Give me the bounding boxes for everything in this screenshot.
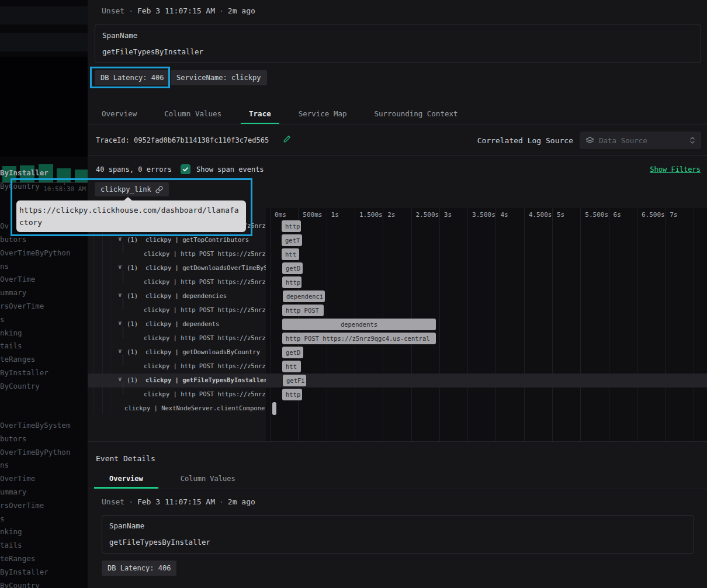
tree-connector-line bbox=[123, 242, 123, 254]
sidebar-list-item[interactable]: tails bbox=[0, 539, 88, 552]
span-bar[interactable]: getD bbox=[282, 347, 303, 358]
chevron-down-icon[interactable]: ∨ bbox=[118, 347, 122, 355]
sidebar-list-item[interactable]: nking bbox=[0, 327, 88, 340]
event-meta-line: Unset·Feb 3 11:07:15 AM·2m ago bbox=[102, 6, 255, 15]
span-bar[interactable]: http POST https://z5nrz9qgc4.us-central bbox=[282, 333, 436, 344]
db-latency-badge[interactable]: DB Latency: 406 bbox=[95, 70, 169, 85]
span-name: clickpy | getFileTypesByInstaller bbox=[145, 376, 266, 383]
data-source-select[interactable]: Data Source bbox=[580, 132, 701, 149]
trace-span-row[interactable]: ∨(1)clickpy | getTopContributorsgetT bbox=[88, 233, 707, 247]
tab-service-map[interactable]: Service Map bbox=[290, 105, 355, 124]
sidebar-list-item[interactable]: ummary bbox=[0, 486, 88, 499]
chevron-down-icon[interactable]: ∨ bbox=[118, 291, 122, 299]
sidebar-list-item[interactable]: butors bbox=[0, 233, 88, 247]
sidebar-list-item[interactable]: tails bbox=[0, 340, 88, 353]
trace-span-row[interactable]: ∨(1)clickpy | dependentsdependents bbox=[88, 317, 707, 331]
trace-span-row[interactable]: clickpy | http POST https://z5nrzhttp bbox=[88, 275, 707, 289]
span-bar[interactable]: http bbox=[282, 220, 301, 232]
tab-column-values[interactable]: Column Values bbox=[156, 105, 230, 124]
span-event-count: (1) bbox=[127, 348, 138, 355]
show-span-events-checkbox[interactable] bbox=[181, 164, 190, 174]
severity-label: Unset bbox=[102, 6, 124, 15]
span-bar[interactable]: getFi bbox=[283, 375, 306, 386]
dot-separator: · bbox=[124, 6, 137, 15]
span-name-value: getFileTypesByInstaller bbox=[109, 538, 210, 547]
time-axis-label: 6.500s bbox=[642, 211, 665, 219]
pencil-icon[interactable] bbox=[283, 135, 291, 143]
trace-span-row[interactable]: ∨(1)clickpy | getDownloadsByCountrygetD bbox=[88, 345, 707, 359]
sidebar-list-item[interactable]: OverTimeByPython bbox=[0, 446, 88, 459]
sidebar-list-item[interactable]: ummary bbox=[0, 286, 88, 300]
span-bar[interactable]: htt bbox=[282, 361, 301, 372]
sidebar-list-item[interactable]: ByCountry bbox=[0, 180, 88, 193]
show-filters-link[interactable]: Show Filters bbox=[650, 165, 701, 174]
data-source-placeholder: Data Source bbox=[599, 136, 685, 145]
spans-summary: 40 spans, 0 errors bbox=[96, 165, 172, 174]
trace-span-row[interactable]: clickpy | NextNodeServer.clientCompone bbox=[88, 402, 707, 416]
show-span-events-label[interactable]: Show span events bbox=[196, 165, 264, 174]
span-bar[interactable]: getD bbox=[282, 262, 303, 274]
sidebar-list-item[interactable]: OverTime bbox=[0, 273, 88, 286]
background-sidebar: 10:58:30 AM ByInstallerByCountryOvbutors… bbox=[0, 0, 88, 588]
trace-span-row[interactable]: ∨(1)clickpy | getDownloadsOverTimeBySget… bbox=[88, 261, 707, 275]
sidebar-list-item[interactable]: ns bbox=[0, 459, 88, 472]
sidebar-list-item[interactable]: nking bbox=[0, 525, 88, 539]
event-details-tabs: OverviewColumn Values bbox=[94, 471, 251, 489]
sidebar-list-item[interactable]: ByCountry bbox=[0, 579, 88, 588]
chevron-down-icon[interactable]: ∨ bbox=[118, 235, 122, 243]
tab-overview[interactable]: Overview bbox=[94, 471, 158, 489]
sidebar-list-item[interactable]: OverTimeByPython bbox=[0, 247, 88, 260]
sidebar-list-item[interactable]: ByInstaller bbox=[0, 167, 88, 180]
tab-trace[interactable]: Trace bbox=[241, 105, 279, 124]
trace-span-row[interactable]: clickpy | http POST https://z5nrzhtt bbox=[88, 247, 707, 261]
event-meta-line: Unset·Feb 3 11:07:15 AM·2m ago bbox=[102, 497, 255, 506]
span-bar[interactable]: htt bbox=[282, 248, 299, 260]
span-bar[interactable]: getT bbox=[282, 234, 302, 246]
span-name: clickpy | http POST https://z5nrz bbox=[144, 306, 266, 313]
sidebar-list-item[interactable]: ByCountry bbox=[0, 380, 88, 393]
trace-span-row[interactable]: clickpy | http POST https://z5nrzhttp bbox=[88, 388, 707, 402]
trace-span-row[interactable]: ∨(1)clickpy | getFileTypesByInstallerget… bbox=[88, 373, 707, 388]
trace-span-row[interactable]: clickpy | http POST https://z5nrzhtt bbox=[88, 359, 707, 373]
trace-viewer-app: 10:58:30 AM ByInstallerByCountryOvbutors… bbox=[0, 0, 707, 588]
span-bar[interactable] bbox=[272, 402, 276, 415]
tab-surrounding-context[interactable]: Surrounding Context bbox=[366, 105, 466, 124]
sidebar-list-item[interactable]: teRanges bbox=[0, 353, 88, 366]
sidebar-list-item[interactable]: s bbox=[0, 513, 88, 526]
span-bar[interactable]: dependenci bbox=[283, 290, 325, 302]
sidebar-list-item[interactable]: rsOverTime bbox=[0, 300, 88, 313]
span-bar[interactable]: dependents bbox=[282, 319, 436, 330]
span-name: clickpy | getTopContributors bbox=[145, 236, 249, 243]
trace-span-row[interactable]: clickpy | http POST https://z5nrzhttp PO… bbox=[88, 331, 707, 345]
sidebar-list-item[interactable]: ByInstaller bbox=[0, 566, 88, 579]
background-row bbox=[0, 6, 88, 25]
span-bar[interactable]: http POST bbox=[282, 305, 324, 316]
sidebar-list-item[interactable]: OverTime bbox=[0, 472, 88, 486]
time-axis-label: 4.500s bbox=[529, 211, 552, 219]
sidebar-list-item[interactable]: rsOverTime bbox=[0, 499, 88, 513]
sidebar-list-item[interactable]: s bbox=[0, 313, 88, 327]
tab-overview[interactable]: Overview bbox=[93, 105, 145, 124]
span-name: clickpy | http POST https://z5nrz bbox=[144, 390, 266, 397]
tooltip-url-line1: https://clickpy.clickhouse.com/dashboard… bbox=[19, 204, 246, 216]
sidebar-list-item[interactable]: ByInstaller bbox=[0, 366, 88, 380]
db-latency-badge[interactable]: DB Latency: 406 bbox=[102, 561, 176, 576]
chevron-down-icon[interactable]: ∨ bbox=[118, 263, 122, 271]
tree-connector-line bbox=[123, 354, 123, 366]
span-bar[interactable]: http bbox=[282, 276, 301, 288]
sidebar-list-item[interactable]: ns bbox=[0, 260, 88, 274]
clickpy-link-chip[interactable]: clickpy_link bbox=[95, 182, 169, 196]
chevron-down-icon[interactable]: ∨ bbox=[118, 375, 122, 383]
span-bar[interactable]: http bbox=[282, 389, 302, 400]
span-event-count: (1) bbox=[127, 264, 138, 271]
trace-span-row[interactable]: ∨(1)clickpy | dependenciesdependenci bbox=[88, 289, 707, 303]
dot-separator: · bbox=[215, 497, 228, 506]
chevron-down-icon[interactable]: ∨ bbox=[118, 319, 122, 327]
sidebar-list-item[interactable]: butors bbox=[0, 433, 88, 446]
service-name-badge[interactable]: ServiceName: clickpy bbox=[171, 70, 267, 85]
sidebar-list-item[interactable]: teRanges bbox=[0, 552, 88, 566]
sidebar-list-item[interactable]: OverTimeBySystem bbox=[0, 419, 88, 433]
tab-column-values[interactable]: Column Values bbox=[165, 471, 251, 489]
span-event-count: (1) bbox=[127, 236, 138, 243]
trace-span-row[interactable]: clickpy | http POST https://z5nrzhttp PO… bbox=[88, 303, 707, 317]
